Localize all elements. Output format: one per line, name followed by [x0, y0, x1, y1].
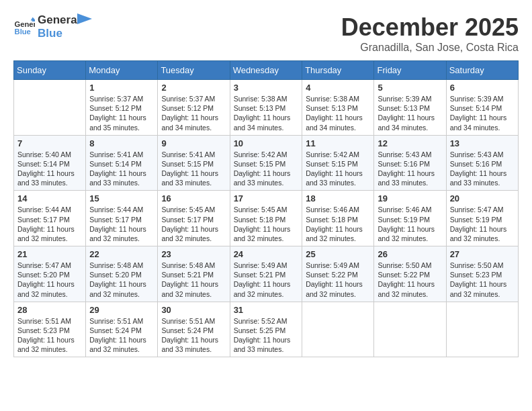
day-number: 20	[450, 193, 515, 203]
day-number: 23	[161, 249, 226, 259]
calendar-cell: 12Sunrise: 5:43 AM Sunset: 5:16 PM Dayli…	[374, 135, 446, 191]
day-info: Sunrise: 5:49 AM Sunset: 5:21 PM Dayligh…	[234, 261, 299, 299]
day-info: Sunrise: 5:46 AM Sunset: 5:19 PM Dayligh…	[378, 205, 442, 243]
day-info: Sunrise: 5:40 AM Sunset: 5:14 PM Dayligh…	[17, 150, 82, 188]
title-block: December 2025 Granadilla, San Jose, Cost…	[341, 13, 519, 54]
day-info: Sunrise: 5:39 AM Sunset: 5:14 PM Dayligh…	[450, 94, 515, 132]
day-number: 24	[234, 249, 299, 259]
day-number: 31	[234, 305, 299, 315]
logo-general: General	[38, 13, 80, 27]
calendar-week-row: 21Sunrise: 5:47 AM Sunset: 5:20 PM Dayli…	[14, 246, 519, 302]
day-info: Sunrise: 5:37 AM Sunset: 5:12 PM Dayligh…	[161, 94, 226, 132]
month-title: December 2025	[341, 13, 519, 42]
day-number: 6	[450, 83, 515, 93]
day-info: Sunrise: 5:52 AM Sunset: 5:25 PM Dayligh…	[234, 316, 299, 355]
calendar-cell: 25Sunrise: 5:49 AM Sunset: 5:22 PM Dayli…	[302, 246, 374, 302]
day-number: 1	[89, 83, 154, 93]
calendar-cell: 21Sunrise: 5:47 AM Sunset: 5:20 PM Dayli…	[14, 246, 86, 302]
day-number: 12	[378, 138, 442, 148]
day-number: 16	[161, 193, 226, 203]
day-info: Sunrise: 5:46 AM Sunset: 5:18 PM Dayligh…	[306, 205, 370, 243]
logo: General Blue General Blue	[13, 13, 92, 41]
location-subtitle: Granadilla, San Jose, Costa Rica	[341, 42, 519, 54]
calendar-cell: 7Sunrise: 5:40 AM Sunset: 5:14 PM Daylig…	[14, 135, 86, 191]
calendar-cell: 24Sunrise: 5:49 AM Sunset: 5:21 PM Dayli…	[230, 246, 302, 302]
weekday-header-row: SundayMondayTuesdayWednesdayThursdayFrid…	[14, 61, 519, 80]
day-number: 13	[450, 138, 515, 148]
day-number: 25	[306, 249, 370, 259]
logo-flag-icon	[77, 13, 92, 28]
weekday-header-sunday: Sunday	[14, 61, 86, 80]
day-info: Sunrise: 5:48 AM Sunset: 5:20 PM Dayligh…	[89, 261, 154, 299]
calendar-cell	[302, 302, 374, 357]
calendar-cell: 17Sunrise: 5:45 AM Sunset: 5:18 PM Dayli…	[230, 191, 302, 246]
calendar-cell: 20Sunrise: 5:47 AM Sunset: 5:19 PM Dayli…	[446, 191, 518, 246]
day-number: 2	[161, 83, 226, 93]
day-number: 3	[234, 83, 299, 93]
calendar-cell: 13Sunrise: 5:43 AM Sunset: 5:16 PM Dayli…	[446, 135, 518, 191]
calendar-cell: 31Sunrise: 5:52 AM Sunset: 5:25 PM Dayli…	[230, 302, 302, 357]
weekday-header-thursday: Thursday	[302, 61, 374, 80]
logo-blue: Blue	[38, 27, 80, 40]
calendar-cell: 23Sunrise: 5:48 AM Sunset: 5:21 PM Dayli…	[158, 246, 230, 302]
day-info: Sunrise: 5:41 AM Sunset: 5:14 PM Dayligh…	[89, 150, 154, 188]
day-number: 11	[306, 138, 370, 148]
day-number: 10	[234, 138, 299, 148]
day-info: Sunrise: 5:51 AM Sunset: 5:24 PM Dayligh…	[161, 316, 226, 355]
weekday-header-friday: Friday	[374, 61, 446, 80]
day-number: 15	[89, 193, 154, 203]
calendar-cell: 10Sunrise: 5:42 AM Sunset: 5:15 PM Dayli…	[230, 135, 302, 191]
day-info: Sunrise: 5:51 AM Sunset: 5:23 PM Dayligh…	[17, 316, 82, 355]
calendar-week-row: 7Sunrise: 5:40 AM Sunset: 5:14 PM Daylig…	[14, 135, 519, 191]
calendar-week-row: 1Sunrise: 5:37 AM Sunset: 5:12 PM Daylig…	[14, 80, 519, 136]
calendar-cell: 3Sunrise: 5:38 AM Sunset: 5:13 PM Daylig…	[230, 80, 302, 136]
calendar-cell	[14, 80, 86, 136]
calendar-cell	[374, 302, 446, 357]
day-number: 17	[234, 193, 299, 203]
calendar-cell: 16Sunrise: 5:45 AM Sunset: 5:17 PM Dayli…	[158, 191, 230, 246]
weekday-header-tuesday: Tuesday	[158, 61, 230, 80]
day-number: 27	[450, 249, 515, 259]
calendar-cell: 4Sunrise: 5:38 AM Sunset: 5:13 PM Daylig…	[302, 80, 374, 136]
calendar-cell: 11Sunrise: 5:42 AM Sunset: 5:15 PM Dayli…	[302, 135, 374, 191]
day-number: 26	[378, 249, 442, 259]
calendar-week-row: 28Sunrise: 5:51 AM Sunset: 5:23 PM Dayli…	[14, 302, 519, 357]
day-info: Sunrise: 5:48 AM Sunset: 5:21 PM Dayligh…	[161, 261, 226, 299]
day-info: Sunrise: 5:49 AM Sunset: 5:22 PM Dayligh…	[306, 261, 370, 299]
day-number: 8	[89, 138, 154, 148]
page-header: General Blue General Blue December 2025 …	[13, 13, 519, 54]
day-number: 19	[378, 193, 442, 203]
weekday-header-saturday: Saturday	[446, 61, 518, 80]
calendar-cell: 30Sunrise: 5:51 AM Sunset: 5:24 PM Dayli…	[158, 302, 230, 357]
calendar-cell: 5Sunrise: 5:39 AM Sunset: 5:13 PM Daylig…	[374, 80, 446, 136]
calendar-cell: 14Sunrise: 5:44 AM Sunset: 5:17 PM Dayli…	[14, 191, 86, 246]
day-info: Sunrise: 5:47 AM Sunset: 5:20 PM Dayligh…	[17, 261, 82, 299]
day-info: Sunrise: 5:50 AM Sunset: 5:22 PM Dayligh…	[378, 261, 442, 299]
day-info: Sunrise: 5:41 AM Sunset: 5:15 PM Dayligh…	[161, 150, 226, 188]
weekday-header-monday: Monday	[86, 61, 158, 80]
day-info: Sunrise: 5:37 AM Sunset: 5:12 PM Dayligh…	[89, 94, 154, 132]
day-info: Sunrise: 5:47 AM Sunset: 5:19 PM Dayligh…	[450, 205, 515, 243]
calendar-cell: 8Sunrise: 5:41 AM Sunset: 5:14 PM Daylig…	[86, 135, 158, 191]
day-info: Sunrise: 5:45 AM Sunset: 5:17 PM Dayligh…	[161, 205, 226, 243]
day-info: Sunrise: 5:38 AM Sunset: 5:13 PM Dayligh…	[306, 94, 370, 132]
day-info: Sunrise: 5:44 AM Sunset: 5:17 PM Dayligh…	[17, 205, 82, 243]
calendar-cell: 22Sunrise: 5:48 AM Sunset: 5:20 PM Dayli…	[86, 246, 158, 302]
day-info: Sunrise: 5:38 AM Sunset: 5:13 PM Dayligh…	[234, 94, 299, 132]
day-number: 14	[17, 193, 82, 203]
day-info: Sunrise: 5:51 AM Sunset: 5:24 PM Dayligh…	[89, 316, 154, 355]
day-info: Sunrise: 5:39 AM Sunset: 5:13 PM Dayligh…	[378, 94, 442, 132]
svg-marker-4	[77, 13, 92, 24]
calendar-cell: 28Sunrise: 5:51 AM Sunset: 5:23 PM Dayli…	[14, 302, 86, 357]
day-number: 30	[161, 305, 226, 315]
calendar-cell: 29Sunrise: 5:51 AM Sunset: 5:24 PM Dayli…	[86, 302, 158, 357]
calendar-table: SundayMondayTuesdayWednesdayThursdayFrid…	[13, 60, 519, 357]
day-number: 9	[161, 138, 226, 148]
day-info: Sunrise: 5:44 AM Sunset: 5:17 PM Dayligh…	[89, 205, 154, 243]
day-number: 5	[378, 83, 442, 93]
calendar-week-row: 14Sunrise: 5:44 AM Sunset: 5:17 PM Dayli…	[14, 191, 519, 246]
day-number: 29	[89, 305, 154, 315]
calendar-cell: 6Sunrise: 5:39 AM Sunset: 5:14 PM Daylig…	[446, 80, 518, 136]
calendar-cell	[446, 302, 518, 357]
day-number: 18	[306, 193, 370, 203]
